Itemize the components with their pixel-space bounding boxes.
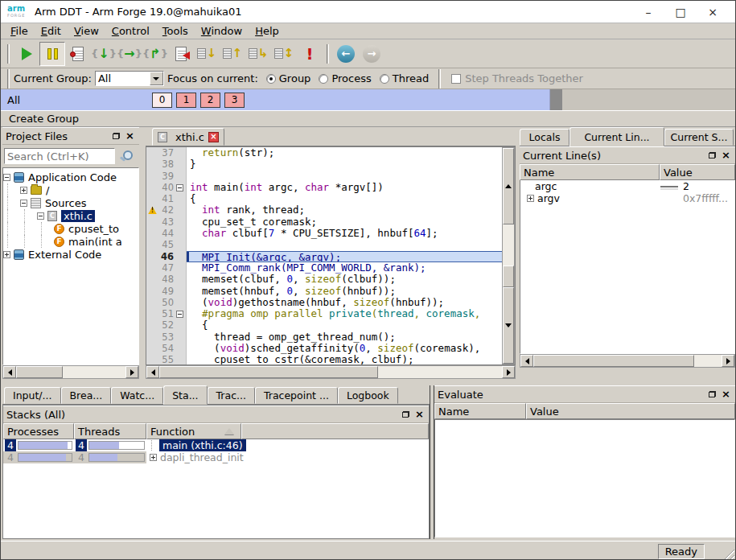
column-processes[interactable]: Processes	[3, 423, 74, 439]
menu-view[interactable]: View	[68, 24, 105, 38]
menu-file[interactable]: File	[4, 24, 35, 38]
scroll-right-button[interactable]	[502, 366, 515, 378]
stack-row-dapli[interactable]: 4 4 dapli_thread_init	[3, 451, 429, 463]
scroll-thumb[interactable]	[533, 355, 694, 367]
close-panel-icon[interactable]: ×	[722, 151, 730, 159]
tree-item-sources[interactable]: Sources	[3, 196, 138, 209]
expand-expander[interactable]	[527, 195, 534, 202]
pause-button[interactable]	[39, 42, 65, 66]
fold-marker-icon[interactable]	[176, 311, 183, 318]
menu-tools[interactable]: Tools	[156, 24, 195, 38]
bottom-stack-frame-button[interactable]: ↳	[245, 42, 271, 66]
tab-current-lines[interactable]: Current Lin...	[569, 127, 664, 146]
tab-stacks[interactable]: Sta...	[163, 385, 207, 405]
tree-item-main[interactable]: F main(int a	[3, 235, 138, 248]
scroll-up-button[interactable]	[503, 148, 514, 224]
tree-item-external-code[interactable]: External Code	[3, 248, 138, 261]
expand-expander[interactable]	[20, 187, 27, 194]
gutter[interactable]: 54	[146, 343, 187, 354]
menu-help[interactable]: Help	[249, 24, 286, 38]
tree-item-xthi-c[interactable]: C xthi.c	[3, 209, 138, 222]
scroll-left-button[interactable]	[146, 366, 159, 378]
resize-grip[interactable]	[722, 547, 734, 560]
gutter[interactable]: 43	[146, 216, 187, 228]
project-files-hscrollbar[interactable]	[2, 365, 139, 379]
float-panel-icon[interactable]	[402, 411, 409, 418]
dropdown-button[interactable]	[150, 72, 163, 85]
collapse-expander[interactable]	[20, 200, 27, 207]
float-panel-icon[interactable]	[113, 133, 120, 139]
scroll-right-button[interactable]	[125, 366, 138, 378]
step-over-button[interactable]: {→}	[117, 42, 142, 66]
tab-watchpoints[interactable]: Watc...	[111, 387, 163, 404]
editor-hscrollbar[interactable]	[146, 365, 516, 379]
alert-button[interactable]: !	[297, 42, 323, 66]
tab-tracepoint-output[interactable]: Tracepoint ...	[255, 387, 338, 404]
float-panel-icon[interactable]	[709, 152, 716, 159]
close-panel-icon[interactable]: ×	[722, 390, 730, 398]
menu-control[interactable]: Control	[105, 24, 156, 38]
evaluate-list[interactable]	[434, 419, 735, 537]
gutter[interactable]: 40	[146, 182, 187, 193]
close-tab-icon[interactable]: ×	[208, 132, 219, 142]
scroll-right-button[interactable]	[722, 355, 734, 367]
scroll-left-button[interactable]	[520, 355, 533, 367]
gutter[interactable]: 37	[146, 147, 187, 159]
fold-marker-icon[interactable]	[176, 184, 183, 191]
variable-row-argv[interactable]: argv 0x7fffff...	[520, 192, 734, 204]
gutter[interactable]: 44	[146, 228, 187, 239]
current-group-select[interactable]: All	[95, 71, 164, 86]
radio-process[interactable]	[319, 74, 328, 84]
tab-tracepoints[interactable]: Trac...	[208, 387, 255, 404]
create-group-bar[interactable]: Create Group	[1, 110, 735, 127]
gutter[interactable]: 38	[146, 159, 187, 170]
gutter[interactable]: 41	[146, 193, 187, 204]
tab-current-stack[interactable]: Current S...	[664, 129, 734, 146]
gutter[interactable]: !42	[146, 204, 187, 216]
close-button[interactable]: ×	[697, 6, 729, 19]
column-function[interactable]: Function	[146, 423, 241, 439]
tab-locals[interactable]: Locals	[520, 129, 569, 146]
gutter[interactable]: 52	[146, 319, 187, 331]
tab-input-output[interactable]: Input/...	[4, 387, 61, 404]
scroll-left-button[interactable]	[3, 366, 16, 378]
gutter[interactable]: 45	[146, 239, 187, 250]
collapse-expander[interactable]	[3, 174, 10, 181]
scroll-thumb[interactable]	[503, 266, 514, 288]
minimize-button[interactable]: –	[632, 6, 664, 19]
search-input[interactable]	[4, 148, 115, 164]
tree-item-application-code[interactable]: Application Code	[3, 171, 138, 183]
tree-item-root[interactable]: /	[3, 183, 138, 196]
group-all-row[interactable]: All 0 1 2 3	[1, 89, 550, 110]
step-threads-together-checkbox[interactable]	[451, 74, 461, 84]
gutter[interactable]: 53	[146, 331, 187, 343]
close-panel-icon[interactable]: ×	[415, 410, 424, 418]
gutter[interactable]: 49	[146, 286, 187, 297]
editor-vscrollbar[interactable]	[502, 147, 515, 364]
rank-box-1[interactable]: 1	[176, 93, 196, 108]
variable-row-argc[interactable]: argc 2	[520, 180, 734, 192]
gutter[interactable]: 46	[146, 251, 187, 262]
down-stack-frame-button[interactable]: ↓	[194, 42, 220, 66]
expand-stacks-button[interactable]: ↕	[271, 42, 297, 66]
step-into-button[interactable]: {↓}	[91, 42, 117, 66]
menu-window[interactable]: Window	[195, 24, 249, 38]
tree-item-cpuset-to[interactable]: F cpuset_to	[3, 222, 138, 235]
tab-xthi-c[interactable]: C xthi.c ×	[152, 128, 224, 146]
column-name[interactable]: Name	[520, 164, 660, 180]
step-out-button[interactable]: {↱}	[142, 42, 168, 66]
up-stack-frame-button[interactable]: ↑	[220, 42, 245, 66]
expand-expander[interactable]	[150, 454, 157, 461]
gutter[interactable]: 50	[146, 297, 187, 308]
column-threads[interactable]: Threads	[74, 423, 146, 439]
radio-group[interactable]	[266, 74, 276, 84]
tab-logbook[interactable]: Logbook	[338, 387, 398, 404]
run-to-line-button[interactable]	[168, 42, 194, 66]
float-panel-icon[interactable]	[709, 391, 716, 397]
close-panel-icon[interactable]: ×	[125, 132, 134, 140]
menu-edit[interactable]: Edit	[35, 24, 68, 38]
gutter[interactable]: 47	[146, 262, 187, 274]
column-name[interactable]: Name	[434, 403, 526, 419]
collapse-expander[interactable]	[37, 212, 44, 220]
gutter[interactable]: 51	[146, 308, 187, 319]
